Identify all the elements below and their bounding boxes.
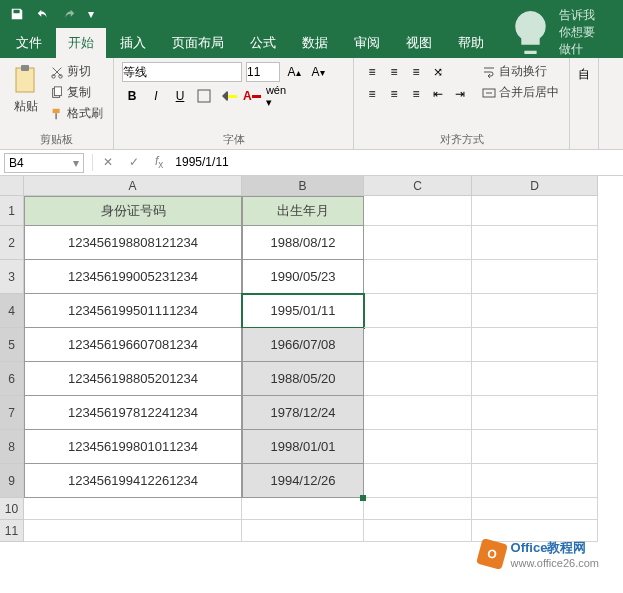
font-name-select[interactable] bbox=[122, 62, 242, 82]
cell-id[interactable]: 123456196607081234 bbox=[24, 328, 242, 362]
cell[interactable] bbox=[364, 294, 472, 328]
row-header[interactable]: 2 bbox=[0, 226, 24, 260]
cell[interactable] bbox=[364, 362, 472, 396]
cell-id[interactable]: 123456198805201234 bbox=[24, 362, 242, 396]
increase-font-icon[interactable]: A▴ bbox=[284, 62, 304, 82]
formula-input[interactable] bbox=[175, 155, 617, 169]
cell-id[interactable]: 123456197812241234 bbox=[24, 396, 242, 430]
cell[interactable] bbox=[472, 196, 598, 226]
indent-increase-icon[interactable]: ⇥ bbox=[450, 84, 470, 104]
cell[interactable] bbox=[472, 464, 598, 498]
cell[interactable] bbox=[364, 226, 472, 260]
font-size-select[interactable] bbox=[246, 62, 280, 82]
cell-dob[interactable]: 1988/05/20 bbox=[242, 362, 364, 396]
align-left-icon[interactable]: ≡ bbox=[362, 84, 382, 104]
row-header[interactable]: 5 bbox=[0, 328, 24, 362]
phonetic-button[interactable]: wén▾ bbox=[266, 86, 286, 106]
format-painter-button[interactable]: 格式刷 bbox=[48, 104, 105, 123]
cell[interactable] bbox=[472, 260, 598, 294]
cell[interactable] bbox=[364, 498, 472, 520]
orientation-icon[interactable]: ⤨ bbox=[428, 62, 448, 82]
col-header[interactable]: D bbox=[472, 176, 598, 196]
cell-id[interactable]: 123456199801011234 bbox=[24, 430, 242, 464]
cell[interactable] bbox=[364, 196, 472, 226]
tab-help[interactable]: 帮助 bbox=[446, 28, 496, 58]
cell[interactable] bbox=[472, 362, 598, 396]
row-header[interactable]: 8 bbox=[0, 430, 24, 464]
row-header[interactable]: 7 bbox=[0, 396, 24, 430]
bold-button[interactable]: B bbox=[122, 86, 142, 106]
name-box[interactable]: B4 ▾ bbox=[4, 153, 84, 173]
fill-handle[interactable] bbox=[360, 495, 366, 501]
cell-id[interactable]: 123456199005231234 bbox=[24, 260, 242, 294]
row-header[interactable]: 4 bbox=[0, 294, 24, 328]
cell[interactable] bbox=[364, 430, 472, 464]
cell-dob[interactable]: 1990/05/23 bbox=[242, 260, 364, 294]
cell[interactable] bbox=[242, 520, 364, 542]
cell-dob[interactable]: 1988/08/12 bbox=[242, 226, 364, 260]
row-header[interactable]: 3 bbox=[0, 260, 24, 294]
row-header[interactable]: 1 bbox=[0, 196, 24, 226]
cell[interactable] bbox=[364, 328, 472, 362]
align-bottom-icon[interactable]: ≡ bbox=[406, 62, 426, 82]
cell-id[interactable]: 123456198808121234 bbox=[24, 226, 242, 260]
wrap-text-button[interactable]: 自动换行 bbox=[480, 62, 561, 81]
undo-icon[interactable] bbox=[32, 5, 54, 23]
cell-id[interactable]: 123456199412261234 bbox=[24, 464, 242, 498]
tab-view[interactable]: 视图 bbox=[394, 28, 444, 58]
copy-button[interactable]: 复制 bbox=[48, 83, 105, 102]
cell-dob[interactable]: 1978/12/24 bbox=[242, 396, 364, 430]
cell[interactable] bbox=[364, 520, 472, 542]
redo-icon[interactable] bbox=[58, 5, 80, 23]
cell[interactable] bbox=[364, 260, 472, 294]
tab-data[interactable]: 数据 bbox=[290, 28, 340, 58]
tab-insert[interactable]: 插入 bbox=[108, 28, 158, 58]
chevron-down-icon[interactable]: ▾ bbox=[73, 156, 79, 170]
italic-button[interactable]: I bbox=[146, 86, 166, 106]
cell[interactable] bbox=[24, 520, 242, 542]
tab-file[interactable]: 文件 bbox=[4, 28, 54, 58]
cut-button[interactable]: 剪切 bbox=[48, 62, 105, 81]
align-center-icon[interactable]: ≡ bbox=[384, 84, 404, 104]
cell-dob-active[interactable]: 1995/01/11 bbox=[242, 294, 364, 328]
tab-layout[interactable]: 页面布局 bbox=[160, 28, 236, 58]
cell-id[interactable]: 123456199501111234 bbox=[24, 294, 242, 328]
col-header[interactable]: B bbox=[242, 176, 364, 196]
align-top-icon[interactable]: ≡ bbox=[362, 62, 382, 82]
table-header-id[interactable]: 身份证号码 bbox=[24, 196, 242, 226]
border-button[interactable] bbox=[194, 86, 214, 106]
cell-dob[interactable]: 1966/07/08 bbox=[242, 328, 364, 362]
decrease-font-icon[interactable]: A▾ bbox=[308, 62, 328, 82]
row-header[interactable]: 9 bbox=[0, 464, 24, 498]
tab-review[interactable]: 审阅 bbox=[342, 28, 392, 58]
cell[interactable] bbox=[472, 498, 598, 520]
row-header[interactable]: 6 bbox=[0, 362, 24, 396]
table-header-dob[interactable]: 出生年月 bbox=[242, 196, 364, 226]
tell-me-search[interactable]: 告诉我你想要做什 bbox=[506, 7, 606, 58]
cell[interactable] bbox=[472, 396, 598, 430]
fx-icon[interactable]: fx bbox=[151, 154, 167, 170]
col-header[interactable]: C bbox=[364, 176, 472, 196]
cell[interactable] bbox=[242, 498, 364, 520]
paste-button[interactable]: 粘贴 bbox=[8, 62, 44, 117]
cell[interactable] bbox=[364, 464, 472, 498]
cell[interactable] bbox=[472, 226, 598, 260]
cell[interactable] bbox=[364, 396, 472, 430]
fill-color-button[interactable] bbox=[218, 86, 238, 106]
merge-center-button[interactable]: 合并后居中 bbox=[480, 83, 561, 102]
cell[interactable] bbox=[24, 498, 242, 520]
indent-decrease-icon[interactable]: ⇤ bbox=[428, 84, 448, 104]
tab-home[interactable]: 开始 bbox=[56, 28, 106, 58]
cancel-icon[interactable]: ✕ bbox=[99, 155, 117, 169]
cell[interactable] bbox=[472, 294, 598, 328]
cell-dob[interactable]: 1998/01/01 bbox=[242, 430, 364, 464]
align-right-icon[interactable]: ≡ bbox=[406, 84, 426, 104]
select-all-corner[interactable] bbox=[0, 176, 24, 196]
underline-button[interactable]: U bbox=[170, 86, 190, 106]
cell[interactable] bbox=[472, 328, 598, 362]
confirm-icon[interactable]: ✓ bbox=[125, 155, 143, 169]
col-header[interactable]: A bbox=[24, 176, 242, 196]
save-icon[interactable] bbox=[6, 5, 28, 23]
font-color-button[interactable]: A bbox=[242, 86, 262, 106]
qat-customize-icon[interactable]: ▾ bbox=[84, 5, 98, 23]
